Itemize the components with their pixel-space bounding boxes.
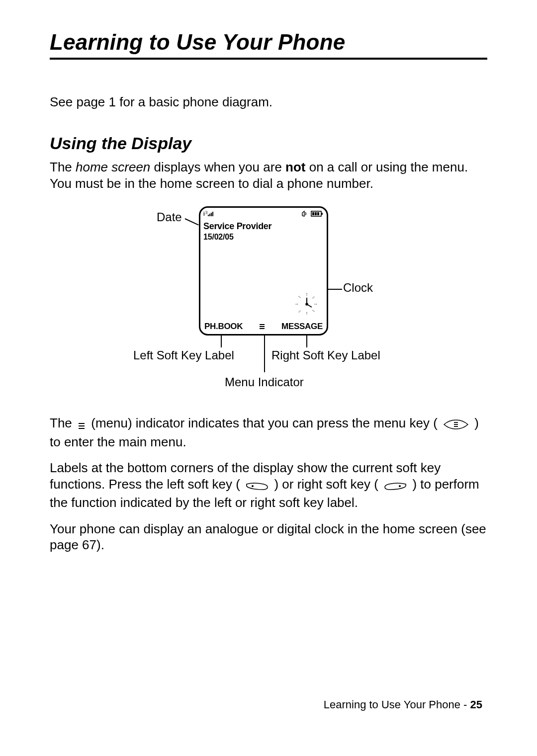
- service-provider-text: Service Provider: [200, 221, 327, 232]
- gprs-signal-icon: i )): [203, 210, 214, 219]
- term-home-screen: home screen: [76, 160, 150, 174]
- right-soft-key-label: MESSAGE: [281, 322, 323, 332]
- svg-text:i: i: [203, 211, 205, 217]
- ring-icon: [300, 210, 309, 219]
- date-text: 15/02/05: [200, 232, 327, 243]
- phone-display-frame: i )): [199, 206, 328, 336]
- page-number: 25: [470, 698, 482, 711]
- svg-rect-2: [208, 215, 209, 216]
- svg-line-16: [299, 296, 301, 298]
- svg-rect-7: [321, 213, 323, 215]
- menu-indicator-icon: [78, 418, 86, 434]
- svg-point-31: [252, 485, 254, 487]
- text-fragment: ) or right soft key (: [274, 477, 378, 492]
- callout-clock: Clock: [343, 281, 373, 295]
- intro-paragraph: See page 1 for a basic phone diagram.: [50, 94, 487, 110]
- footer-section-text: Learning to Use Your Phone -: [324, 698, 470, 711]
- battery-icon: [311, 210, 324, 219]
- chapter-title: Learning to Use Your Phone: [50, 30, 487, 55]
- leader-line: [306, 336, 307, 347]
- heading-rule: [50, 58, 487, 60]
- svg-line-17: [313, 310, 315, 312]
- paragraph-menu-indicator: The (menu) indicator indicates that you …: [50, 415, 487, 450]
- callout-right-soft-key: Right Soft Key Label: [271, 348, 380, 362]
- svg-rect-4: [211, 213, 212, 216]
- display-diagram: Date Clock i )): [94, 201, 443, 400]
- paragraph-home-screen: The home screen displays when you are no…: [50, 159, 487, 191]
- paragraph-clock: Your phone can display an analogue or di…: [50, 521, 487, 553]
- menu-key-icon: [443, 418, 469, 434]
- svg-rect-5: [212, 212, 213, 216]
- section-title: Using the Display: [50, 134, 487, 153]
- keyword-not: not: [285, 160, 305, 174]
- leader-line: [185, 218, 199, 225]
- svg-line-19: [313, 296, 315, 298]
- left-soft-key-label: PH.BOOK: [204, 322, 243, 332]
- left-soft-key-icon: [246, 479, 268, 495]
- svg-text:)): )): [205, 210, 208, 214]
- status-bar: i )): [200, 208, 327, 221]
- svg-point-32: [399, 485, 401, 487]
- menu-indicator-icon: [257, 323, 267, 330]
- right-soft-key-icon: [384, 479, 407, 495]
- text-fragment: The: [50, 160, 76, 174]
- svg-line-18: [299, 310, 301, 312]
- svg-rect-3: [209, 214, 210, 216]
- text-fragment: Labels at the bottom corners of the disp…: [50, 460, 441, 492]
- page-footer: Learning to Use Your Phone - 25: [324, 698, 482, 711]
- callout-menu-indicator: Menu Indicator: [225, 375, 304, 389]
- softkey-bar: PH.BOOK MESSAGE: [200, 320, 327, 334]
- leader-line: [221, 336, 222, 347]
- svg-rect-8: [312, 212, 314, 215]
- svg-line-21: [307, 304, 312, 307]
- clock-face-icon: [293, 290, 321, 318]
- text-fragment: The: [50, 416, 76, 430]
- callout-left-soft-key: Left Soft Key Label: [133, 348, 234, 362]
- svg-rect-9: [315, 212, 317, 215]
- svg-rect-10: [317, 212, 319, 215]
- leader-line: [264, 336, 265, 372]
- paragraph-soft-keys: Labels at the bottom corners of the disp…: [50, 460, 487, 511]
- callout-date: Date: [157, 210, 182, 224]
- text-fragment: (menu) indicator indicates that you can …: [91, 416, 438, 430]
- display-mid-area: [200, 243, 327, 320]
- text-fragment: displays when you are: [154, 160, 285, 174]
- manual-page: Learning to Use Your Phone See page 1 fo…: [0, 0, 537, 756]
